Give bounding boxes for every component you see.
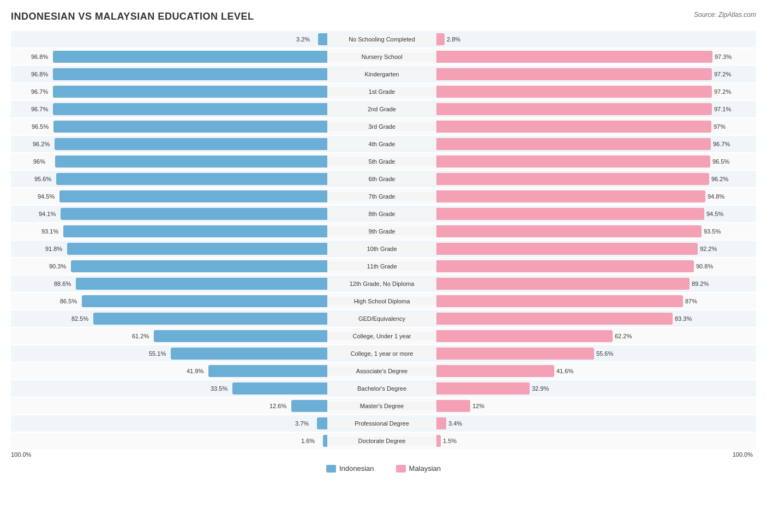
footer-center <box>327 451 436 458</box>
table-row: 94.1%8th Grade94.5% <box>11 206 756 222</box>
table-row: 41.9%Associate's Degree41.6% <box>11 363 756 379</box>
row-label: 4th Grade <box>327 140 436 148</box>
row-label: 12th Grade, No Diploma <box>327 279 436 288</box>
table-row: 96.8%Kindergarten97.2% <box>11 66 756 82</box>
table-row: 82.5%GED/Equivalency83.3% <box>11 310 756 327</box>
footer-left: 100.0% <box>11 451 327 458</box>
table-row: 88.6%12th Grade, No Diploma89.2% <box>11 276 756 292</box>
value-malaysian: 96.7% <box>713 141 730 147</box>
value-indonesian: 96.7% <box>31 106 48 112</box>
row-label: 3rd Grade <box>327 122 436 131</box>
row-label: Master's Degree <box>327 402 436 410</box>
value-malaysian: 97.2% <box>714 71 731 77</box>
table-row: 96.2%4th Grade96.7% <box>11 136 756 152</box>
bar-indonesian <box>71 260 327 272</box>
value-indonesian: 96.2% <box>33 141 50 147</box>
bar-indonesian <box>208 365 327 377</box>
value-malaysian: 55.6% <box>596 350 613 357</box>
footer-right: 100.0% <box>436 451 753 458</box>
row-label: College, Under 1 year <box>327 332 436 340</box>
value-malaysian: 96.5% <box>712 158 729 165</box>
value-malaysian: 83.3% <box>675 315 692 322</box>
value-indonesian: 96.8% <box>31 71 48 77</box>
value-indonesian: 96.7% <box>31 88 48 95</box>
bar-malaysian <box>436 68 712 80</box>
bar-malaysian <box>436 138 711 150</box>
table-row: 94.5%7th Grade94.8% <box>11 188 756 205</box>
bar-indonesian <box>56 173 327 185</box>
value-malaysian: 41.6% <box>556 368 573 374</box>
table-row: 93.1%9th Grade93.5% <box>11 223 756 240</box>
value-malaysian: 97.1% <box>714 106 731 112</box>
table-row: 91.8%10th Grade92.2% <box>11 241 756 257</box>
value-malaysian: 1.5% <box>443 438 457 444</box>
row-label: 5th Grade <box>327 157 436 166</box>
bar-malaysian <box>436 86 712 98</box>
row-label: 2nd Grade <box>327 105 436 113</box>
value-malaysian: 97% <box>714 123 726 130</box>
chart-legend: Indonesian Malaysian <box>11 464 756 473</box>
row-label: No Schooling Completed <box>327 35 436 44</box>
value-indonesian: 3.2% <box>296 36 310 43</box>
value-indonesian: 91.8% <box>45 246 62 252</box>
bar-indonesian <box>323 435 327 447</box>
value-malaysian: 87% <box>685 298 697 304</box>
table-row: 12.6%Master's Degree12% <box>11 398 756 414</box>
bar-malaysian <box>436 33 445 45</box>
row-label: 1st Grade <box>327 87 436 96</box>
source-text: Source: ZipAtlas.com <box>694 11 756 19</box>
bar-indonesian <box>55 138 327 150</box>
value-malaysian: 89.2% <box>692 280 709 287</box>
bar-indonesian <box>76 278 327 290</box>
row-label: 11th Grade <box>327 262 436 271</box>
bar-malaysian <box>436 243 698 255</box>
bar-malaysian <box>436 208 704 220</box>
bar-malaysian <box>436 260 694 272</box>
bar-malaysian <box>436 382 530 394</box>
table-row: 96.8%Nursery School97.3% <box>11 49 756 65</box>
bar-malaysian <box>436 156 710 168</box>
value-indonesian: 33.5% <box>211 385 227 392</box>
table-row: 3.2%No Schooling Completed2.8% <box>11 31 756 47</box>
value-indonesian: 86.5% <box>60 298 77 304</box>
legend-label-malaysian: Malaysian <box>409 464 441 473</box>
row-label: College, 1 year or more <box>327 349 436 358</box>
value-malaysian: 12% <box>472 403 484 409</box>
bar-malaysian <box>436 103 712 115</box>
value-malaysian: 94.5% <box>706 211 723 217</box>
bar-indonesian <box>317 417 327 429</box>
row-label: 7th Grade <box>327 192 436 201</box>
row-label: Kindergarten <box>327 70 436 79</box>
value-malaysian: 90.8% <box>696 263 713 270</box>
value-malaysian: 97.3% <box>715 53 732 60</box>
bar-malaysian <box>436 348 594 360</box>
value-malaysian: 62.2% <box>615 333 632 339</box>
row-label: 6th Grade <box>327 175 436 183</box>
value-indonesian: 93.1% <box>41 228 58 235</box>
bar-indonesian <box>93 313 327 325</box>
table-row: 86.5%High School Diploma87% <box>11 293 756 309</box>
table-row: 3.7%Professional Degree3.4% <box>11 415 756 432</box>
row-label: 9th Grade <box>327 227 436 236</box>
chart-title: INDONESIAN VS MALAYSIAN EDUCATION LEVEL <box>11 11 756 22</box>
bar-malaysian <box>436 417 446 429</box>
bar-indonesian <box>171 348 327 360</box>
row-label: High School Diploma <box>327 297 436 306</box>
value-malaysian: 92.2% <box>700 246 717 252</box>
value-indonesian: 82.5% <box>71 315 88 322</box>
legend-malaysian: Malaysian <box>396 464 441 473</box>
row-label: 10th Grade <box>327 244 436 253</box>
footer-row: 100.0% 100.0% <box>11 451 756 458</box>
table-row: 55.1%College, 1 year or more55.6% <box>11 345 756 362</box>
value-indonesian: 95.6% <box>34 176 51 182</box>
value-malaysian: 32.9% <box>532 385 549 392</box>
bar-indonesian <box>53 86 327 98</box>
legend-label-indonesian: Indonesian <box>339 464 374 473</box>
bar-indonesian <box>67 243 327 255</box>
value-malaysian: 96.2% <box>711 176 728 182</box>
bar-indonesian <box>82 295 327 307</box>
value-indonesian: 12.6% <box>269 403 286 409</box>
bar-indonesian <box>232 382 327 394</box>
value-indonesian: 41.9% <box>187 368 203 374</box>
bar-indonesian <box>59 190 327 202</box>
